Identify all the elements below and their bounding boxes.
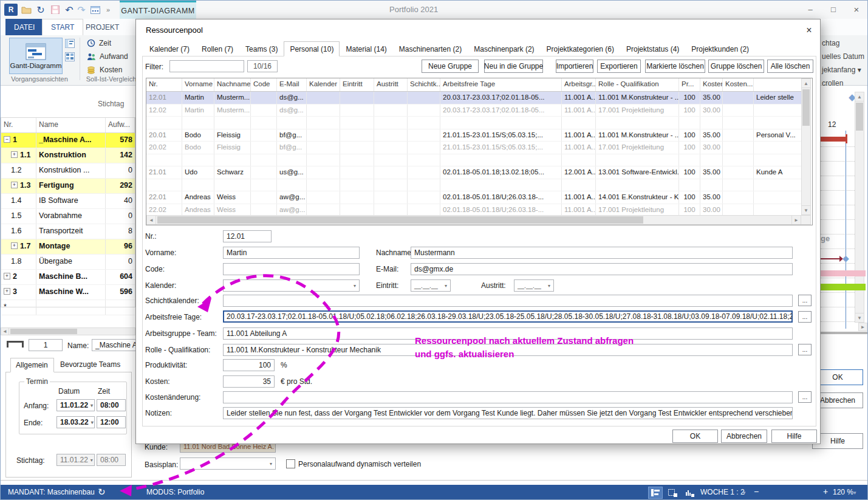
view-tab-gantt-diagramm[interactable]: GANTT-DIAGRAMM <box>120 1 196 19</box>
timescale-status[interactable]: WOCHE 1 : 2 <box>700 488 745 496</box>
dialog-abbrechen-button[interactable]: Abbrechen <box>721 430 767 443</box>
dialog-tab[interactable]: Personal (10) <box>284 41 340 57</box>
action-button[interactable]: Neu in die Gruppe <box>484 60 543 73</box>
task-row[interactable]: 1.4IB Software40 <box>1 194 135 209</box>
dialog-tab[interactable]: Projektkategorien (6) <box>541 41 620 57</box>
dropdown-icon[interactable]: ▾ <box>351 283 356 289</box>
zoom-dropdown-icon[interactable]: ▾ <box>853 490 856 496</box>
tab-allgemein[interactable]: Allgemein <box>10 358 54 372</box>
timescale-dropdown-icon[interactable]: ▾ <box>743 490 746 496</box>
task-row[interactable]: +1.1Konstruktion142 <box>1 148 135 163</box>
refresh-icon[interactable]: ↻ <box>35 4 47 16</box>
col-name[interactable]: Name <box>36 118 106 132</box>
action-button[interactable]: Alle löschen <box>767 60 813 73</box>
undo-icon[interactable]: ↶ <box>64 4 75 16</box>
task-scroll-left-icon[interactable]: ◄ <box>1 327 9 335</box>
zoom-level[interactable]: 120 % <box>833 488 853 496</box>
gantt-bar-red[interactable] <box>821 137 846 142</box>
grid-row[interactable] <box>146 154 801 167</box>
grid-column-header[interactable]: Vorname <box>182 78 214 91</box>
dialog-close-icon[interactable]: × <box>803 24 815 36</box>
grid-column-header[interactable]: Arbeitsgr... <box>562 78 596 91</box>
qat-overflow-icon[interactable]: » <box>104 4 112 16</box>
action-button[interactable]: Markierte löschen <box>645 60 705 73</box>
task-row[interactable]: +1.3Fertigung292 <box>1 179 135 194</box>
eintritt-field[interactable]: __.__.__▾ <box>411 279 451 292</box>
expand-icon[interactable]: + <box>4 288 10 295</box>
redo-icon[interactable]: ↷ <box>76 4 87 16</box>
dropdown-icon[interactable]: ▾ <box>545 283 550 289</box>
col-nr[interactable]: Nr. <box>1 118 36 132</box>
quad-view-icon[interactable] <box>65 52 75 64</box>
zeit-button[interactable]: Zeit <box>87 39 111 47</box>
gantt-vscroll-thumb[interactable] <box>856 103 863 131</box>
grid-scroll-up-icon[interactable]: ▲ <box>801 78 811 88</box>
code-field[interactable] <box>223 263 360 275</box>
kalender-select[interactable]: ▾ <box>223 279 360 292</box>
aufwand-button[interactable]: Aufwand <box>87 52 128 61</box>
dropdown-icon[interactable]: ▾ <box>88 403 93 408</box>
ribbon-tab-projekt[interactable]: PROJEKT <box>77 19 128 35</box>
grid-column-header[interactable]: Nr. <box>146 78 182 91</box>
expand-icon[interactable]: + <box>11 182 18 188</box>
app-logo-icon[interactable]: R <box>4 4 18 16</box>
close-button[interactable]: × <box>850 3 863 15</box>
grid-column-header[interactable]: Schichtk... <box>408 78 440 91</box>
open-icon[interactable] <box>20 4 32 16</box>
dialog-tab[interactable]: Maschinenarten (2) <box>393 41 468 57</box>
grid-row[interactable]: 22.01AndreasWeissaw@g...02.01.18-05.01.1… <box>146 191 801 204</box>
task-id-field[interactable]: 1 <box>29 339 63 351</box>
collapse-icon[interactable]: − <box>4 136 10 143</box>
scroll-up-icon[interactable]: ▲ <box>855 92 864 101</box>
dialog-tab[interactable]: Rollen (7) <box>196 41 239 57</box>
split-view-icon[interactable] <box>65 39 75 50</box>
stichtag-datum-field[interactable]: 11.01.22▾ <box>56 454 95 466</box>
grid-column-header[interactable]: Austritt <box>374 78 408 91</box>
grid-row[interactable]: 21.01UdoSchwarzus@g...02.01.18-05.01.18;… <box>146 166 801 179</box>
grid-row[interactable] <box>146 179 801 192</box>
histogram-view-icon[interactable] <box>682 487 697 499</box>
tab-bevorzugte-teams[interactable]: Bevorzugte Teams <box>55 358 125 372</box>
kosten-button[interactable]: Kosten <box>87 66 122 74</box>
personalaufwand-checkbox[interactable] <box>286 459 295 468</box>
arbeitsfreie-tage-more-button[interactable]: ... <box>798 311 812 323</box>
grid-row[interactable]: 12.02MartinMusterm...ds@g...20.03.17-23.… <box>146 104 801 117</box>
dialog-tab[interactable]: Maschinenpark (2) <box>468 41 540 57</box>
action-button[interactable]: Neue Gruppe <box>422 60 479 73</box>
task-hscroll-thumb[interactable] <box>10 329 77 334</box>
grid-vscroll-thumb[interactable] <box>802 89 810 126</box>
grid-column-header[interactable]: Eintritt <box>340 78 374 91</box>
basisplan-field[interactable]: ▾ <box>180 457 276 470</box>
task-row[interactable]: 1.2Konstruktion ...0 <box>1 163 135 179</box>
gantt-diagramm-button[interactable]: Gantt-Diagramm <box>9 38 63 74</box>
gantt-view-icon[interactable] <box>648 487 663 499</box>
dropdown-icon[interactable]: ▾ <box>442 283 447 289</box>
scroll-right-icon[interactable]: ► <box>858 323 867 331</box>
grid-hscroll-thumb[interactable] <box>157 216 643 224</box>
grid-scroll-left-icon[interactable]: ◄ <box>146 215 156 225</box>
minimize-button[interactable]: – <box>804 3 817 15</box>
expand-icon[interactable]: + <box>4 273 10 279</box>
dialog-tab[interactable]: Projektstatus (4) <box>620 41 685 57</box>
dialog-tab[interactable]: Projektkunden (2) <box>685 41 755 57</box>
schichtkalender-more-button[interactable]: ... <box>798 295 812 306</box>
grid-column-header[interactable]: Arbeitsfreie Tage <box>440 78 562 91</box>
expand-icon[interactable]: + <box>11 151 18 158</box>
produktivitaet-field[interactable]: 100 <box>223 359 275 371</box>
dropdown-icon[interactable]: ▾ <box>274 444 276 450</box>
grid-scroll-down-icon[interactable]: ▼ <box>801 205 811 215</box>
grid-column-header[interactable]: E-Mail <box>277 78 307 91</box>
rolle-more-button[interactable]: ... <box>798 344 812 355</box>
grid-column-header[interactable]: Kalender <box>307 78 340 91</box>
nachname-field[interactable]: Mustermann <box>411 247 793 259</box>
grid-column-header[interactable]: Code <box>251 78 277 91</box>
task-row[interactable]: +1.7Montage96 <box>1 239 135 255</box>
arbeitsfreie-tage-field[interactable]: 20.03.17-23.03.17;02.01.18-05.01.18/U;05… <box>223 310 793 323</box>
filter-input[interactable] <box>169 60 244 72</box>
zoom-in-icon[interactable]: + <box>823 487 828 496</box>
table-view-icon[interactable] <box>89 4 101 16</box>
dialog-tab[interactable]: Kalender (7) <box>143 41 196 57</box>
ende-datum-field[interactable]: 18.03.22▾ <box>56 416 95 428</box>
task-row[interactable]: 1.6Transportzeit8 <box>1 224 135 239</box>
task-row[interactable]: +3Maschine W...596 <box>1 285 135 300</box>
